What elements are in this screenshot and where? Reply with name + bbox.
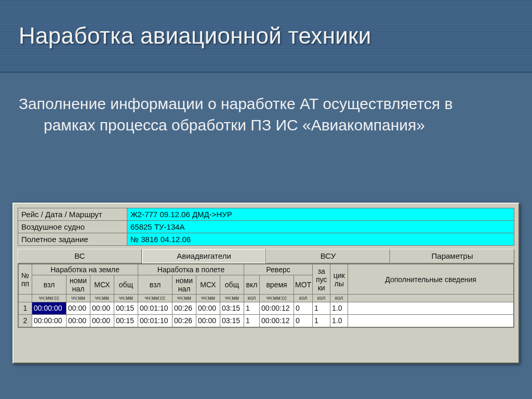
- cell-g-msh[interactable]: 00:00: [90, 314, 114, 327]
- legacy-panel: Рейс / Дата / Маршрут Ж2-777 09.12.06 ДМ…: [12, 203, 520, 364]
- aircraft-label: Воздушное судно: [18, 221, 127, 233]
- cell-f-tot[interactable]: 03:15: [220, 302, 244, 314]
- fmt-extra: [348, 295, 514, 302]
- fmt-r-vkl: кол: [244, 295, 260, 302]
- tab-engines[interactable]: Авиадвигатели: [142, 249, 266, 263]
- col-cycles: цик лы: [330, 264, 348, 295]
- col-flight-vzl: взл: [138, 275, 172, 295]
- col-rev-time: время: [260, 275, 294, 295]
- cell-num: 2: [19, 314, 32, 327]
- col-starts: за пус ки: [313, 264, 330, 295]
- tab-vs[interactable]: ВС: [18, 249, 142, 263]
- fmt-f-msh: чч:мм: [196, 295, 220, 302]
- col-ground-vzl: взл: [32, 275, 66, 295]
- data-grid: № пп Наработка на земле Наработка в поле…: [18, 263, 514, 328]
- cell-g-tot[interactable]: 00:15: [114, 314, 138, 327]
- cell-r-time[interactable]: 00:00:12: [260, 302, 294, 314]
- cell-r-time[interactable]: 00:00:12: [260, 314, 294, 327]
- table-row[interactable]: 1 00:00:00 00:00 00:00 00:15 00:01:10 00…: [19, 302, 514, 314]
- fmt-cycles: кол: [330, 295, 348, 302]
- info-table: Рейс / Дата / Маршрут Ж2-777 09.12.06 ДМ…: [18, 208, 514, 246]
- fmt-blank-num: [19, 295, 32, 302]
- fmt-g-nom: чч:мм: [66, 295, 90, 302]
- cell-g-nom[interactable]: 00:00: [66, 314, 90, 327]
- cell-starts[interactable]: 1: [313, 302, 330, 314]
- col-ground-msh: МСХ: [90, 275, 114, 295]
- route-label: Рейс / Дата / Маршрут: [18, 208, 127, 221]
- col-flight-nominal: номи нал: [172, 275, 196, 295]
- cell-extra[interactable]: [348, 302, 514, 314]
- col-num: № пп: [19, 264, 32, 295]
- fmt-starts: кол: [313, 295, 330, 302]
- col-group-flight: Наработка в полете: [138, 264, 244, 275]
- col-ground-total: общ: [114, 275, 138, 295]
- title-bar: Наработка авиационной техники: [0, 0, 532, 73]
- cell-g-msh[interactable]: 00:00: [90, 302, 114, 314]
- col-rev-mot: МОТ: [294, 275, 313, 295]
- cell-f-vzl[interactable]: 00:01:10: [138, 302, 172, 314]
- cell-g-vzl[interactable]: 00:00:00: [32, 314, 66, 327]
- cell-cycles[interactable]: 1.0: [330, 302, 348, 314]
- col-flight-total: общ: [220, 275, 244, 295]
- col-group-reverse: Реверс: [244, 264, 313, 275]
- cell-f-msh[interactable]: 00:00: [196, 314, 220, 327]
- cell-g-vzl[interactable]: 00:00:00: [32, 302, 66, 314]
- cell-cycles[interactable]: 1.0: [330, 314, 348, 327]
- slide-title: Наработка авиационной техники: [19, 23, 371, 49]
- cell-f-msh[interactable]: 00:00: [196, 302, 220, 314]
- task-label: Полетное задание: [18, 233, 127, 246]
- task-value[interactable]: № 3816 04.12.06: [127, 233, 514, 246]
- col-rev-vkl: вкл: [244, 275, 260, 295]
- slide-body: Заполнение информации о наработке АТ осу…: [19, 94, 476, 136]
- cell-r-vkl[interactable]: 1: [244, 314, 260, 327]
- fmt-g-msh: чч:мм: [90, 295, 114, 302]
- cell-f-nom[interactable]: 00:26: [172, 314, 196, 327]
- cell-r-mot[interactable]: 0: [294, 314, 313, 327]
- tab-vsu[interactable]: ВСУ: [266, 249, 390, 263]
- cell-r-vkl[interactable]: 1: [244, 302, 260, 314]
- table-row[interactable]: 2 00:00:00 00:00 00:00 00:15 00:01:10 00…: [19, 314, 514, 327]
- cell-extra[interactable]: [348, 314, 514, 327]
- tab-strip: ВС Авиадвигатели ВСУ Параметры: [18, 249, 514, 263]
- col-group-ground: Наработка на земле: [32, 264, 138, 275]
- cell-num: 1: [19, 302, 32, 314]
- col-ground-nominal: номи нал: [66, 275, 90, 295]
- fmt-f-nom: чч:мм: [172, 295, 196, 302]
- col-addinfo: Дополнительные сведения: [348, 264, 514, 295]
- cell-g-tot[interactable]: 00:15: [114, 302, 138, 314]
- cell-g-nom[interactable]: 00:00: [66, 302, 90, 314]
- fmt-g-vzl: чч:мм:сс: [32, 295, 66, 302]
- cell-starts[interactable]: 1: [313, 314, 330, 327]
- aircraft-value[interactable]: 65825 ТУ-134А: [127, 221, 514, 233]
- cell-f-vzl[interactable]: 00:01:10: [138, 314, 172, 327]
- route-value[interactable]: Ж2-777 09.12.06 ДМД->НУР: [127, 208, 514, 221]
- cell-f-tot[interactable]: 03:15: [220, 314, 244, 327]
- fmt-g-tot: чч:мм: [114, 295, 138, 302]
- cell-r-mot[interactable]: 0: [294, 302, 313, 314]
- fmt-f-tot: чч:мм: [220, 295, 244, 302]
- fmt-r-mot: кол: [294, 295, 313, 302]
- cell-f-nom[interactable]: 00:26: [172, 302, 196, 314]
- fmt-r-time: чч:мм:сс: [260, 295, 294, 302]
- tab-params[interactable]: Параметры: [390, 249, 514, 263]
- slide: Наработка авиационной техники Заполнение…: [0, 0, 532, 399]
- col-flight-msh: МСХ: [196, 275, 220, 295]
- fmt-f-vzl: чч:мм:сс: [138, 295, 172, 302]
